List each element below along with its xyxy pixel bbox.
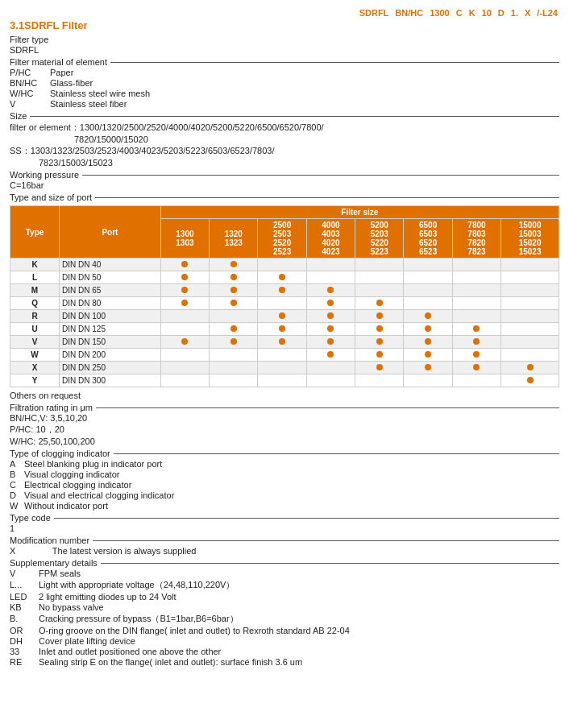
row-port: DIN DN 125: [60, 323, 161, 336]
supp-code: LED: [10, 592, 39, 602]
dot-cell: [306, 310, 355, 323]
dot-cell: [210, 323, 258, 336]
dot-cell: [404, 336, 452, 349]
filtration-phc: P/HC: 10，20: [10, 424, 559, 436]
modification-section: Modification number: [10, 536, 559, 545]
dot-cell: [258, 259, 306, 271]
others-on-request: Others on request: [10, 391, 559, 400]
dot-cell: [404, 310, 452, 323]
dot-cell: [452, 284, 500, 297]
filter-type-label: Filter type: [10, 35, 559, 44]
col-5200: 5200520352205223: [355, 219, 404, 259]
dot-cell: [355, 297, 404, 310]
dot-cell: [501, 374, 559, 387]
dot-cell: [501, 297, 559, 310]
dot-cell: [404, 284, 452, 297]
dot-cell: [404, 323, 452, 336]
dot-cell: [452, 362, 500, 374]
dot-cell: [452, 310, 500, 323]
dot-cell: [355, 284, 404, 297]
supplementary-item: B.Cracking pressure of bypass（B1=1bar,B6…: [10, 613, 559, 625]
header-l24: /-L24: [537, 8, 558, 18]
supp-desc: Inlet and outlet positioned one above th…: [39, 647, 221, 656]
header-c: C: [456, 8, 463, 18]
supp-code: KB: [10, 602, 39, 612]
supplementary-section: Supplementary details: [10, 558, 559, 568]
supp-desc: Cracking pressure of bypass（B1=1bar,B6=6…: [39, 614, 239, 623]
filtration-label: Filtration rating in μm: [10, 403, 93, 412]
dot-cell: [306, 336, 355, 349]
table-row: VDIN DN 150: [10, 336, 559, 349]
dot-cell: [210, 284, 258, 297]
clogging-item: ASteel blanking plug in indicator port: [10, 459, 559, 469]
row-port: DIN DN 80: [60, 297, 161, 310]
table-row: LDIN DN 50: [10, 271, 559, 284]
dot-cell: [501, 284, 559, 297]
header-k: K: [469, 8, 476, 18]
row-port: DIN DN 300: [60, 374, 161, 387]
table-row: YDIN DN 300: [10, 374, 559, 387]
row-type: U: [10, 323, 60, 336]
dot-cell: [258, 349, 306, 362]
clogging-code: D: [10, 490, 24, 500]
supplementary-item: VFPM seals: [10, 569, 559, 578]
dot-cell: [452, 271, 500, 284]
size-section: Size: [10, 111, 559, 121]
dot-cell: [355, 323, 404, 336]
row-port: DIN DN 200: [60, 349, 161, 362]
filter-size-header: Filter size: [160, 206, 559, 219]
clogging-desc: Visual and electrical clogging indicator: [24, 490, 174, 500]
row-type: W: [10, 349, 60, 362]
dot-cell: [258, 362, 306, 374]
size-ss-line1: SS：1303/1323/2503/2523/4003/4023/5203/52…: [10, 145, 559, 157]
row-type: X: [10, 362, 60, 374]
row-port: DIN DN 50: [60, 271, 161, 284]
header-row: SDRFL BN/HC 1300 C K 10 D 1. X /-L24: [10, 8, 559, 18]
header-1300: 1300: [430, 8, 449, 18]
col-1320: 13201323: [210, 219, 258, 259]
working-pressure-section: Working pressure: [10, 170, 559, 180]
dot-cell: [452, 336, 500, 349]
supp-desc: O-ring groove on the DIN flange( inlet a…: [39, 626, 350, 635]
dot-cell: [160, 336, 209, 349]
supplementary-label: Supplementary details: [10, 558, 98, 568]
row-port: DIN DN 65: [60, 284, 161, 297]
dot-cell: [501, 310, 559, 323]
title: 3.1SDRFL Filter: [10, 19, 559, 31]
dot-cell: [306, 271, 355, 284]
clogging-item: BVisual clogging indicator: [10, 469, 559, 479]
dot-cell: [210, 349, 258, 362]
filter-material-bnhc: BN/HCGlass-fiber: [10, 78, 559, 88]
dot-cell: [160, 297, 209, 310]
dot-cell: [306, 374, 355, 387]
supplementary-item: RESealing strip E on the flange( inlet a…: [10, 657, 559, 667]
supplementary-item: LED2 light emitting diodes up to 24 Volt: [10, 592, 559, 602]
row-type: M: [10, 284, 60, 297]
working-pressure-label: Working pressure: [10, 170, 79, 180]
header-sdrfl: SDRFL: [359, 8, 389, 18]
size-filter-line1: filter or element：1300/1320/2500/2520/40…: [10, 122, 559, 134]
dot-cell: [404, 349, 452, 362]
dot-cell: [306, 259, 355, 271]
table-row: KDIN DN 40: [10, 259, 559, 271]
dot-cell: [404, 271, 452, 284]
table-row: RDIN DN 100: [10, 310, 559, 323]
clogging-code: A: [10, 459, 24, 469]
dot-cell: [355, 310, 404, 323]
filter-material-whc: W/HCStainless steel wire mesh: [10, 89, 559, 98]
dot-cell: [404, 374, 452, 387]
clogging-list: ASteel blanking plug in indicator portBV…: [10, 459, 559, 511]
size-ss-line2: 7823/15003/15023: [39, 158, 559, 168]
dot-cell: [404, 297, 452, 310]
col-port: Port: [60, 206, 161, 259]
filter-size-table: Type Port Filter size 13001303 13201323 …: [10, 205, 559, 387]
row-type: L: [10, 271, 60, 284]
col-4000: 4000400340204023: [306, 219, 355, 259]
row-port: DIN DN 150: [60, 336, 161, 349]
clogging-code: C: [10, 480, 24, 490]
supp-code: OR: [10, 626, 39, 635]
header-1: 1.: [511, 8, 518, 18]
row-type: R: [10, 310, 60, 323]
supp-code: 33: [10, 647, 39, 656]
clogging-desc: Without indicator port: [24, 501, 108, 511]
